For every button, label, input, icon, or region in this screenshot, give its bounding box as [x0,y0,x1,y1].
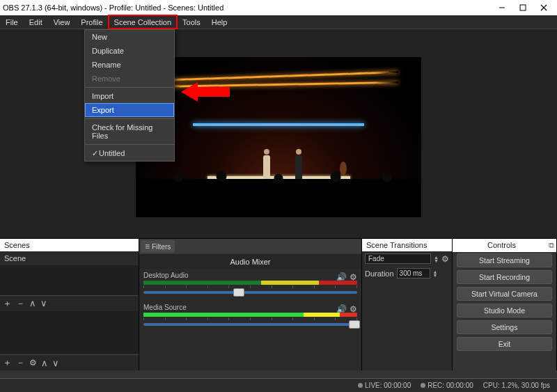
exit-button[interactable]: Exit [457,337,552,351]
transition-spinner[interactable]: ▲▼ [434,256,439,262]
add-scene-button[interactable]: ＋ [3,297,12,310]
scene-up-button[interactable]: ∧ [29,298,36,308]
audio-meter [143,281,357,285]
mixer-header: ≡ Filters [139,239,361,255]
status-cpu: CPU: 1.2%, 30.00 fps [483,382,550,389]
rec-indicator-icon [421,383,425,388]
menu-scene-collection[interactable]: Scene Collection [109,15,178,29]
svg-marker-4 [181,82,230,102]
source-down-button[interactable]: ∨ [52,358,59,368]
controls-dock: Controls⧉ Start Streaming Start Recordin… [453,239,557,370]
crowd [136,179,421,217]
transition-settings-icon[interactable]: ⚙ [441,254,449,264]
close-button[interactable] [533,0,554,15]
start-recording-button[interactable]: Start Recording [457,270,552,284]
start-virtual-camera-button[interactable]: Start Virtual Camera [457,287,552,301]
statusbar: LIVE: 00:00:00 REC: 00:00:00 CPU: 1.2%, … [0,378,557,392]
scenes-toolbar: ＋ － ∧ ∨ [0,295,139,311]
status-live: LIVE: 00:00:00 [358,382,411,389]
dd-rename[interactable]: Rename [85,58,174,72]
menu-profile[interactable]: Profile [75,15,108,29]
live-indicator-icon [358,383,363,388]
led-strip [193,123,364,126]
scenes-title: Scenes [0,239,139,251]
slider-thumb[interactable] [233,288,244,297]
sources-list[interactable] [0,311,139,355]
filters-button[interactable]: ≡ Filters [141,240,175,253]
add-source-button[interactable]: ＋ [3,356,12,369]
channel-label: Media Source [143,304,357,311]
menu-edit[interactable]: Edit [24,15,48,29]
stage-lights [136,61,421,89]
preview-area [0,29,557,238]
scene-item[interactable]: Scene [0,251,139,265]
source-properties-button[interactable]: ⚙ [29,358,37,368]
window-title: OBS 27.1.3 (64-bit, windows) - Profile: … [3,3,492,12]
transitions-title: Scene Transitions [362,239,452,251]
dd-separator [85,144,174,145]
volume-slider[interactable] [143,323,357,326]
window-controls [492,0,554,15]
dd-untitled-label: Untitled [99,149,125,157]
mixer-channel-desktop: Desktop Audio 🔊⚙ [139,269,361,301]
check-icon: ✓ [92,149,99,158]
volume-slider[interactable] [143,291,357,294]
controls-title: Controls⧉ [453,239,556,252]
svg-rect-1 [520,5,526,10]
dd-import[interactable]: Import [85,89,174,103]
menu-view[interactable]: View [48,15,76,29]
slider-thumb[interactable] [349,320,360,329]
dd-separator [85,87,174,88]
transitions-dock: Scene Transitions Fade ▲▼ ⚙ Duration 300… [362,239,453,370]
transition-select[interactable]: Fade [365,253,431,264]
scenes-list[interactable]: Scene [0,251,139,295]
scene-collection-dropdown: New Duplicate Rename Remove Import Expor… [84,29,175,162]
audio-mixer-dock: ≡ Filters Audio Mixer Desktop Audio 🔊⚙ M… [139,239,362,370]
duration-input[interactable]: 300 ms [397,268,430,279]
start-streaming-button[interactable]: Start Streaming [457,253,552,267]
program-preview[interactable] [136,57,421,217]
menu-file[interactable]: File [0,15,24,29]
source-up-button[interactable]: ∧ [41,358,48,368]
settings-button[interactable]: Settings [457,320,552,334]
dd-new[interactable]: New [85,30,174,44]
menu-help[interactable]: Help [206,15,233,29]
dd-export[interactable]: Export [85,103,174,117]
dock-options-icon[interactable]: ⧉ [549,241,554,250]
dd-duplicate[interactable]: Duplicate [85,44,174,58]
titlebar: OBS 27.1.3 (64-bit, windows) - Profile: … [0,0,557,15]
minimize-button[interactable] [492,0,512,15]
dd-untitled[interactable]: ✓Untitled [85,146,174,161]
status-rec: REC: 00:00:00 [421,382,473,389]
menubar: File Edit View Profile Scene Collection … [0,15,557,29]
duration-spinner[interactable]: ▲▼ [433,270,438,277]
menu-tools[interactable]: Tools [177,15,206,29]
dd-check-missing[interactable]: Check for Missing Files [85,120,174,143]
scene-down-button[interactable]: ∨ [40,298,47,308]
dd-separator [85,118,174,119]
mixer-channel-media: Media Source 🔊⚙ [139,301,361,333]
remove-scene-button[interactable]: － [16,297,25,310]
mixer-title: Audio Mixer [139,255,361,269]
bottom-docks: Scenes Scene ＋ － ∧ ∨ ＋ － ⚙ ∧ ∨ ≡ Filters… [0,238,557,370]
annotation-arrow [181,80,230,105]
remove-source-button[interactable]: － [16,356,25,369]
maximize-button[interactable] [512,0,533,15]
audio-meter [143,313,357,317]
studio-mode-button[interactable]: Studio Mode [457,304,552,317]
filter-icon: ≡ [145,242,150,251]
dd-remove: Remove [85,72,174,86]
channel-label: Desktop Audio [143,272,357,279]
sources-toolbar: ＋ － ⚙ ∧ ∨ [0,354,139,370]
filters-label: Filters [152,243,171,251]
scenes-dock: Scenes Scene ＋ － ∧ ∨ ＋ － ⚙ ∧ ∨ [0,239,139,370]
duration-label: Duration [365,269,394,278]
